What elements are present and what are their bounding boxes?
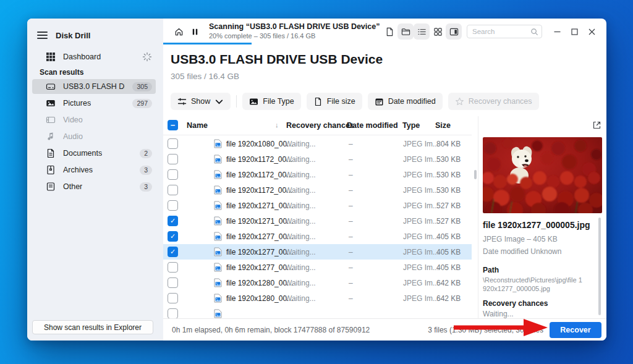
grid-view-icon[interactable] (430, 23, 446, 40)
count-badge: 305 (132, 82, 152, 91)
sidebar-item-video: Video (32, 112, 156, 127)
preview-panel-icon[interactable] (446, 23, 462, 40)
preview-date-modified: Date modified Unknown (483, 247, 561, 256)
column-header-type[interactable]: Type (402, 121, 420, 130)
preview-meta: JPEG Image – 405 KB (483, 235, 558, 243)
row-checkbox[interactable] (168, 169, 178, 180)
list-view-icon[interactable] (414, 23, 430, 40)
sort-descending-icon[interactable]: ↓ (275, 121, 279, 129)
main-area: Scanning “USB3.0 FLASH DRIVE USB Device”… (163, 19, 606, 341)
page-subtitle: 305 files / 16.4 GB (171, 72, 239, 81)
image-file-icon (214, 216, 222, 226)
scan-progress-text: 0h 1m elapsed, 0h 6m remain, block 17477… (172, 326, 370, 334)
column-header-date[interactable]: Date modified (347, 121, 398, 130)
row-checkbox[interactable] (168, 216, 178, 226)
maximize-icon[interactable] (566, 23, 583, 40)
dashboard-label: Dashboard (63, 53, 101, 61)
minimize-icon[interactable] (548, 23, 566, 40)
image-file-icon (214, 309, 222, 318)
close-icon[interactable] (583, 23, 600, 40)
image-file-icon (214, 185, 222, 195)
documents-icon (46, 148, 56, 158)
row-checkbox[interactable] (168, 247, 178, 257)
open-external-icon[interactable] (592, 121, 601, 130)
archives-icon (46, 165, 56, 175)
filter-separator (236, 95, 237, 108)
date-modified-filter-button[interactable]: Date modified (368, 93, 443, 110)
show-filter-label: Show (191, 97, 210, 106)
table-row[interactable]: file 1920x1271_00... Waiting... – JPEG I… (163, 198, 472, 213)
file-size-filter-button[interactable]: File size (307, 93, 362, 110)
home-icon[interactable] (171, 23, 187, 40)
table-row[interactable]: file 1920x1280_00... Waiting... – JPEG I… (163, 275, 472, 290)
image-file-icon (214, 139, 222, 148)
table-row[interactable]: file 1920x1277_00... Waiting... – JPEG I… (163, 229, 472, 244)
column-header-recovery[interactable]: Recovery chances (286, 121, 354, 130)
count-badge: 3 (140, 182, 152, 192)
file-table: file 1920x1080_00... Waiting... – JPEG I… (163, 136, 472, 318)
scan-progress-bar (163, 43, 252, 44)
row-checkbox[interactable] (168, 185, 178, 195)
hamburger-menu-icon[interactable] (37, 30, 48, 41)
preview-recovery-label: Recovery chances (483, 299, 548, 308)
image-file-icon (214, 170, 222, 179)
table-row[interactable]: file 1920x1172_00... Waiting... – JPEG I… (163, 182, 472, 198)
file-type-filter-button[interactable]: File Type (242, 93, 301, 110)
table-row[interactable]: file 1920x1080_00... Waiting... – JPEG I… (163, 136, 472, 151)
image-file-icon (214, 247, 222, 256)
image-file-icon (214, 278, 222, 287)
other-icon (46, 182, 56, 192)
table-row[interactable]: file 1920x1277_00... Waiting... – JPEG I… (163, 244, 472, 260)
recover-button[interactable]: Recover (550, 322, 601, 338)
sidebar-item-dashboard[interactable]: Dashboard (32, 49, 156, 64)
scan-status: Scanning “USB3.0 FLASH DRIVE USB Device”… (209, 22, 380, 40)
preview-path-label: Path (483, 266, 499, 274)
row-checkbox[interactable] (168, 231, 178, 242)
count-badge: 297 (132, 99, 152, 108)
new-file-icon[interactable] (381, 23, 397, 40)
table-row[interactable]: file 1920x1271_00... Waiting... – JPEG I… (163, 213, 472, 229)
star-icon (455, 97, 464, 106)
image-file-icon (214, 201, 222, 210)
show-scan-results-in-explorer-button[interactable]: Show scan results in Explorer (32, 320, 153, 334)
table-row[interactable]: file 1920x1172_00... Waiting... – JPEG I… (163, 167, 472, 182)
pictures-icon (46, 98, 56, 108)
row-checkbox[interactable] (168, 154, 178, 164)
sidebar-item-archives[interactable]: Archives 3 (32, 163, 156, 177)
table-row[interactable]: file 1920x1172_00... Waiting... – JPEG I… (163, 151, 472, 167)
select-all-checkbox[interactable] (168, 120, 178, 130)
table-row[interactable] (163, 306, 472, 318)
sidebar-item-other[interactable]: Other 3 (32, 179, 156, 194)
row-checkbox[interactable] (168, 200, 178, 211)
column-header-size[interactable]: Size (435, 121, 451, 130)
column-header-name[interactable]: Name (187, 121, 208, 130)
topbar: Scanning “USB3.0 FLASH DRIVE USB Device”… (163, 19, 606, 44)
show-filter-button[interactable]: Show (171, 93, 231, 110)
page-title: USB3.0 FLASH DRIVE USB Device (171, 52, 383, 67)
panel-scrollbar[interactable] (598, 218, 601, 315)
video-icon (46, 115, 56, 125)
table-row[interactable]: file 1920x1280_00... Waiting... – JPEG I… (163, 290, 472, 306)
scan-status-subtitle: 20% complete – 305 files / 16.4 GB (209, 32, 380, 41)
row-checkbox[interactable] (168, 262, 178, 273)
folder-icon[interactable] (397, 23, 414, 40)
pause-icon[interactable] (187, 23, 203, 40)
table-scrollbar[interactable] (474, 170, 477, 179)
row-checkbox[interactable] (168, 138, 178, 149)
search-box (467, 25, 542, 38)
sidebar: Disk Drill Dashboard Scan results USB3.0… (27, 19, 163, 341)
chevron-down-icon (215, 97, 224, 106)
table-row[interactable]: file 1920x1277_00... Waiting... – JPEG I… (163, 260, 472, 275)
image-icon (249, 97, 258, 106)
row-checkbox[interactable] (168, 277, 178, 288)
row-checkbox[interactable] (168, 308, 178, 318)
count-badge: 3 (140, 166, 152, 175)
sidebar-item-usb-drive[interactable]: USB3.0 FLASH DRIVE US... 305 (32, 79, 156, 94)
selection-summary-text: 3 files (1.30 MB) selected, 305 files (428, 326, 543, 334)
search-icon (530, 27, 538, 35)
sidebar-item-documents[interactable]: Documents 2 (32, 146, 156, 161)
preview-path-value: \Reconstructed\Pictures\jpg\file 1920x12… (483, 276, 583, 293)
row-checkbox[interactable] (168, 293, 178, 303)
preview-image-dog-in-red-flowers (483, 137, 602, 213)
sidebar-item-pictures[interactable]: Pictures 297 (32, 96, 156, 111)
